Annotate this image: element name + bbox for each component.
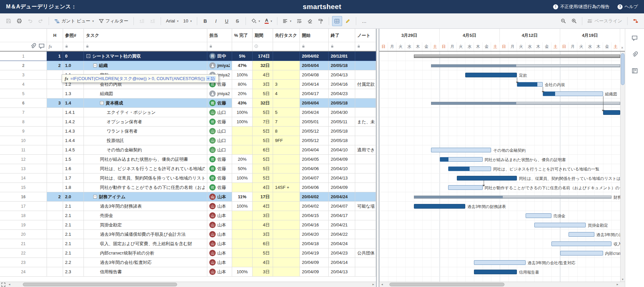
cell-hierarchy[interactable] bbox=[47, 230, 63, 239]
cell-start-date[interactable]: 20/04/14 bbox=[300, 80, 329, 89]
wrap-text-button[interactable] bbox=[294, 16, 304, 26]
cell-start-date[interactable]: 20/04/02 bbox=[300, 202, 329, 211]
cell-note[interactable] bbox=[355, 173, 376, 183]
cell-percent-complete[interactable] bbox=[232, 211, 253, 220]
collapse-toggle-icon[interactable]: − bbox=[93, 64, 97, 67]
cell-start-date[interactable]: 20/04/02 bbox=[300, 52, 329, 61]
cell-task[interactable]: ワラント保有者 bbox=[84, 127, 207, 136]
cell-hierarchy[interactable] bbox=[47, 164, 63, 173]
cell-task[interactable]: 売掛金 bbox=[84, 211, 207, 220]
cell-reference[interactable]: 2.1 bbox=[63, 202, 84, 211]
column-header-task[interactable]: タスク bbox=[84, 29, 207, 42]
cell-percent-complete[interactable]: 100% bbox=[232, 70, 253, 80]
font-size-select[interactable]: 10▾ bbox=[181, 16, 194, 26]
print-button[interactable] bbox=[14, 16, 24, 26]
row-number[interactable]: 14 bbox=[0, 173, 47, 183]
cell-predecessor[interactable] bbox=[273, 98, 300, 108]
cell-end-date[interactable]: 20/04/14 bbox=[329, 258, 355, 267]
cell-assignee[interactable]: jmiya2 bbox=[207, 61, 232, 70]
gantt-horizontal-scrollbar[interactable]: ◄ ► bbox=[379, 282, 620, 287]
gantt-summary-bar[interactable] bbox=[414, 196, 612, 199]
row-number[interactable]: 13 bbox=[0, 164, 47, 173]
cell-hierarchy[interactable] bbox=[47, 155, 63, 164]
summary-panel-button[interactable] bbox=[632, 68, 638, 75]
cell-reference[interactable]: 1.3 bbox=[63, 89, 84, 98]
row-number[interactable]: 4 bbox=[0, 80, 47, 89]
cell-note[interactable]: また、未 bbox=[355, 117, 376, 127]
column-header-note[interactable]: ノート bbox=[355, 29, 376, 42]
cell-duration[interactable]: 4日 bbox=[253, 183, 273, 192]
cell-start-date[interactable]: 20/04/04 bbox=[300, 145, 329, 155]
cell-hierarchy[interactable] bbox=[47, 145, 63, 155]
cell-hierarchy[interactable] bbox=[47, 173, 63, 183]
cell-note[interactable] bbox=[355, 258, 376, 267]
cell-predecessor[interactable] bbox=[273, 145, 300, 155]
cell-predecessor[interactable] bbox=[273, 258, 300, 267]
cell-duration[interactable]: 5日 bbox=[253, 127, 273, 136]
cell-start-date[interactable]: 20/04/08 bbox=[300, 70, 329, 80]
cell-duration[interactable]: 32日 bbox=[253, 61, 273, 70]
fullscreen-icon[interactable] bbox=[0, 282, 7, 287]
cell-note[interactable] bbox=[355, 127, 376, 136]
row-number[interactable]: 19 bbox=[0, 220, 47, 230]
cell-duration[interactable]: 5日 bbox=[253, 173, 273, 183]
column-header-end[interactable]: 終了 bbox=[329, 29, 355, 42]
scroll-right-arrow[interactable]: ► bbox=[371, 283, 376, 286]
cell-percent-complete[interactable]: 11% bbox=[232, 192, 253, 202]
cell-task[interactable]: 投票信託 bbox=[84, 136, 207, 145]
cell-start-date[interactable]: 20/04/24 bbox=[300, 108, 329, 117]
cell-reference[interactable]: 2.2 bbox=[63, 258, 84, 267]
cell-note[interactable]: 適用でき bbox=[355, 145, 376, 155]
cell-duration[interactable]: 6日 bbox=[253, 145, 273, 155]
cell-start-date[interactable]: 20/04/18 bbox=[300, 239, 329, 248]
undo-button[interactable] bbox=[25, 16, 35, 26]
cell-assignee[interactable]: 山山本 bbox=[207, 267, 232, 277]
cell-start-date[interactable]: 20/04/07 bbox=[300, 173, 329, 183]
cell-hierarchy[interactable] bbox=[47, 136, 63, 145]
cell-note[interactable] bbox=[355, 164, 376, 173]
gantt-project-summary-bar[interactable] bbox=[414, 55, 620, 58]
cell-start-date[interactable]: 20/04/04 bbox=[300, 61, 329, 70]
cell-duration[interactable]: 6日 bbox=[253, 239, 273, 248]
cell-note[interactable] bbox=[355, 267, 376, 277]
cell-note[interactable] bbox=[355, 98, 376, 108]
cell-assignee[interactable]: 田田中 bbox=[207, 52, 232, 61]
cell-percent-complete[interactable]: 100% bbox=[232, 267, 253, 277]
cell-predecessor[interactable] bbox=[273, 173, 300, 183]
gantt-vertical-scrollbar[interactable]: ▼ bbox=[620, 52, 625, 282]
cell-end-date[interactable]: 20/04/23 bbox=[329, 89, 355, 98]
cell-note[interactable] bbox=[355, 183, 376, 192]
cell-task[interactable]: 買掛金勘定 bbox=[84, 220, 207, 230]
cell-assignee[interactable]: 山山口 bbox=[207, 127, 232, 136]
cell-end-date[interactable]: 20/04/16 bbox=[329, 80, 355, 89]
cell-task[interactable]: 同社が動作することができるの下に任意の名前（およびドキュメント）の一覧 bbox=[84, 183, 207, 192]
pane-splitter[interactable] bbox=[376, 29, 379, 287]
cell-percent-complete[interactable] bbox=[232, 183, 253, 192]
gantt-task-bar[interactable] bbox=[440, 157, 483, 162]
cell-start-date[interactable]: 20/04/09 bbox=[300, 267, 329, 277]
cell-hierarchy[interactable] bbox=[47, 267, 63, 277]
cell-percent-complete[interactable] bbox=[232, 145, 253, 155]
row-number[interactable]: 20 bbox=[0, 230, 47, 239]
cell-duration[interactable]: 5日 bbox=[253, 108, 273, 117]
row-number[interactable]: 11 bbox=[0, 145, 47, 155]
view-selector[interactable]: ガント ビュー▾ bbox=[52, 16, 96, 26]
cell-percent-complete[interactable] bbox=[232, 239, 253, 248]
cell-note[interactable] bbox=[355, 52, 376, 61]
gantt-task-bar[interactable] bbox=[465, 73, 517, 77]
cell-reference[interactable]: 2.1 bbox=[63, 220, 84, 230]
cell-duration[interactable]: 5日 bbox=[253, 164, 273, 173]
cell-assignee[interactable]: 山山口 bbox=[207, 108, 232, 117]
cell-task[interactable]: エクイティ・ポジション bbox=[84, 108, 207, 117]
cell-task[interactable]: その他の金融契約 bbox=[84, 145, 207, 155]
cell-task[interactable]: 過去3年間の減価償却費の手順及び会計方法 bbox=[84, 230, 207, 239]
scroll-left-arrow[interactable]: ◄ bbox=[379, 283, 385, 286]
attachments-button[interactable] bbox=[632, 51, 638, 59]
gantt-task-bar[interactable] bbox=[474, 260, 526, 265]
cell-end-date[interactable]: 20/04/24 bbox=[329, 239, 355, 248]
row-number[interactable]: 12 bbox=[0, 155, 47, 164]
cell-predecessor[interactable] bbox=[273, 211, 300, 220]
cell-end-date[interactable]: 20/05/18 bbox=[329, 136, 355, 145]
cell-start-date[interactable]: 20/05/12 bbox=[300, 136, 329, 145]
cell-hierarchy[interactable] bbox=[47, 248, 63, 258]
